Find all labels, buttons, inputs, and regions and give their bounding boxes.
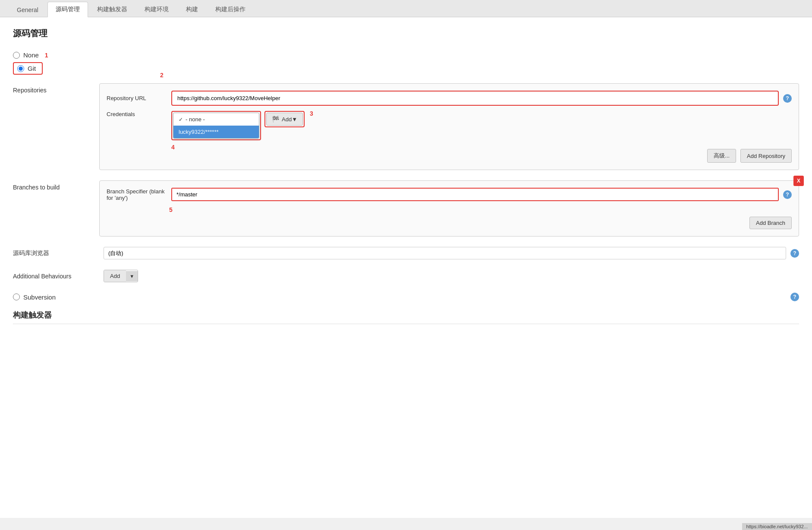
annotation-3: 3: [310, 110, 313, 117]
annotation-5: 5: [169, 206, 792, 213]
tab-general[interactable]: General: [9, 3, 47, 17]
git-label: Git: [28, 65, 36, 72]
add-branch-button[interactable]: Add Branch: [749, 217, 792, 229]
main-content: 源码管理 None 1 Git Repositories 2 Reposito: [0, 17, 812, 518]
repositories-section: Repositories 2 Repository URL ? Credenti…: [13, 83, 799, 170]
additional-behaviours-row: Additional Behaviours Add ▼: [13, 270, 799, 282]
source-browser-row: 源码库浏览器 (自动)githubwebgitoriouswebgitwebre…: [13, 247, 799, 259]
credentials-dropdown-box: ✓ - none - lucky9322/******: [171, 111, 261, 140]
tabs-bar: General 源码管理 构建触发器 构建环境 构建 构建后操作: [0, 0, 812, 17]
branches-section: Branches to build X Branch Specifier (bl…: [13, 180, 799, 237]
add-cred-annot-box: 🏁 Add▼: [264, 111, 305, 127]
cred-user-label: lucky9322/******: [179, 129, 219, 135]
scm-options: None 1 Git: [13, 51, 799, 75]
add-behaviours-dropdown[interactable]: Add ▼: [104, 270, 138, 282]
subversion-label: Subversion: [23, 293, 56, 301]
credentials-dropdown[interactable]: ✓ - none - lucky9322/******: [173, 113, 259, 139]
cred-none-item[interactable]: ✓ - none -: [173, 113, 259, 126]
git-radio[interactable]: [17, 65, 24, 72]
repo-panel: 2 Repository URL ? Credentials: [99, 83, 799, 170]
cred-user-item[interactable]: lucky9322/******: [173, 126, 259, 138]
none-label: None: [23, 51, 39, 59]
additional-behaviours-label: Additional Behaviours: [13, 273, 99, 280]
branches-label: Branches to build: [13, 180, 99, 191]
branches-content: X Branch Specifier (blank for 'any') ? 5…: [99, 180, 799, 237]
subversion-help-icon[interactable]: ?: [790, 293, 799, 301]
branches-panel: X Branch Specifier (blank for 'any') ? 5…: [99, 180, 799, 237]
cred-none-label: - none -: [186, 116, 205, 123]
branch-specifier-input[interactable]: [172, 189, 778, 200]
branch-specifier-row: Branch Specifier (blank for 'any') ?: [107, 188, 792, 201]
repo-url-help-icon[interactable]: ?: [783, 94, 792, 103]
add-repository-button[interactable]: Add Repository: [740, 149, 792, 163]
tab-build[interactable]: 构建: [178, 2, 206, 17]
add-behaviours-caret[interactable]: ▼: [126, 271, 138, 281]
credentials-control-area: ✓ - none - lucky9322/******: [171, 111, 308, 140]
remove-branch-button[interactable]: X: [793, 176, 804, 186]
git-option-row: Git: [13, 62, 799, 75]
source-browser-label: 源码库浏览器: [13, 249, 99, 257]
checkmark-icon: ✓: [179, 117, 183, 123]
repo-url-highlight: [171, 91, 779, 106]
repo-url-label: Repository URL: [107, 95, 167, 101]
add-behaviours-button[interactable]: Add: [104, 270, 126, 282]
subversion-row: Subversion ?: [13, 293, 799, 301]
flag-icon: 🏁: [272, 116, 279, 123]
repo-url-row: Repository URL ?: [107, 91, 792, 106]
advanced-button[interactable]: 高级...: [707, 149, 736, 163]
source-browser-select-wrapper: (自动)githubwebgitoriouswebgitwebredminewe…: [104, 247, 786, 259]
none-option-row: None 1: [13, 51, 799, 59]
add-cred-label: Add▼: [282, 116, 297, 123]
repositories-content: 2 Repository URL ? Credentials: [99, 83, 799, 170]
tab-build-env[interactable]: 构建环境: [136, 2, 177, 17]
tab-source-mgmt[interactable]: 源码管理: [47, 2, 88, 17]
annotation-4: 4: [171, 144, 175, 151]
tab-post-build[interactable]: 构建后操作: [207, 2, 254, 17]
branch-input-wrapper: [171, 188, 779, 201]
annotation-2: 2: [160, 72, 164, 79]
page-title: 源码管理: [13, 28, 799, 39]
git-selected-box[interactable]: Git: [13, 62, 43, 75]
credentials-label: Credentials: [107, 111, 167, 117]
source-browser-select[interactable]: (自动)githubwebgitoriouswebgitwebredminewe…: [104, 247, 786, 259]
repositories-label: Repositories: [13, 83, 99, 94]
branch-specifier-label: Branch Specifier (blank for 'any'): [107, 188, 167, 201]
branch-help-icon[interactable]: ?: [783, 190, 792, 199]
credentials-row: Credentials ✓ - none - lucky9322/******: [107, 111, 792, 140]
tab-build-trigger[interactable]: 构建触发器: [89, 2, 135, 17]
add-credential-button[interactable]: 🏁 Add▼: [266, 113, 303, 126]
repo-url-input[interactable]: [173, 92, 777, 104]
next-section-divider: 构建触发器: [13, 310, 799, 324]
branches-actions: Add Branch: [107, 217, 792, 229]
none-radio[interactable]: [13, 52, 20, 59]
source-browser-help-icon[interactable]: ?: [790, 249, 799, 258]
annotation-1: 1: [45, 52, 48, 59]
panel-actions: 高级... Add Repository: [107, 149, 792, 163]
subversion-radio[interactable]: [13, 293, 20, 300]
